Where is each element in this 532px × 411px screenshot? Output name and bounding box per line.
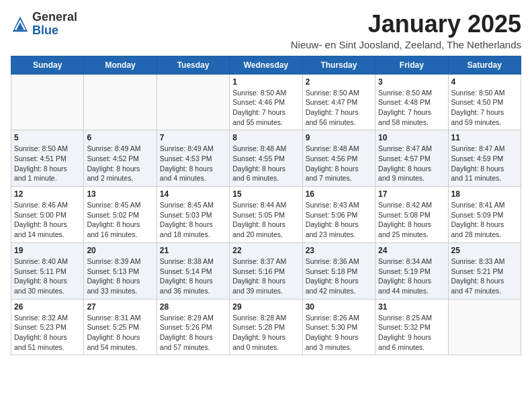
day-number: 31	[378, 302, 445, 312]
day-info: Sunrise: 8:45 AM Sunset: 5:03 PM Dayligh…	[160, 200, 226, 240]
day-info: Sunrise: 8:50 AM Sunset: 4:46 PM Dayligh…	[232, 88, 299, 128]
logo: General Blue	[11, 11, 77, 38]
day-info: Sunrise: 8:47 AM Sunset: 4:59 PM Dayligh…	[451, 144, 518, 183]
day-info: Sunrise: 8:48 AM Sunset: 4:56 PM Dayligh…	[306, 144, 372, 183]
calendar-cell: 23Sunrise: 8:36 AM Sunset: 5:18 PM Dayli…	[302, 242, 375, 299]
calendar-cell	[84, 74, 157, 130]
day-info: Sunrise: 8:50 AM Sunset: 4:51 PM Dayligh…	[14, 144, 81, 183]
day-info: Sunrise: 8:46 AM Sunset: 5:00 PM Dayligh…	[14, 200, 81, 240]
weekday-header: Thursday	[302, 56, 375, 74]
day-info: Sunrise: 8:26 AM Sunset: 5:30 PM Dayligh…	[306, 313, 372, 353]
weekday-header: Monday	[84, 56, 157, 74]
day-info: Sunrise: 8:50 AM Sunset: 4:47 PM Dayligh…	[306, 88, 372, 128]
calendar-cell: 11Sunrise: 8:47 AM Sunset: 4:59 PM Dayli…	[448, 130, 521, 187]
calendar-cell: 10Sunrise: 8:47 AM Sunset: 4:57 PM Dayli…	[375, 130, 448, 187]
calendar-cell: 5Sunrise: 8:50 AM Sunset: 4:51 PM Daylig…	[11, 130, 84, 187]
day-number: 12	[14, 189, 81, 199]
calendar-cell: 29Sunrise: 8:28 AM Sunset: 5:28 PM Dayli…	[230, 299, 302, 355]
weekday-header: Tuesday	[157, 56, 229, 74]
day-number: 26	[14, 302, 81, 312]
calendar-week-row: 12Sunrise: 8:46 AM Sunset: 5:00 PM Dayli…	[11, 187, 521, 243]
calendar-header-row: SundayMondayTuesdayWednesdayThursdayFrid…	[11, 56, 521, 74]
calendar-week-row: 19Sunrise: 8:40 AM Sunset: 5:11 PM Dayli…	[11, 242, 521, 299]
calendar-cell: 14Sunrise: 8:45 AM Sunset: 5:03 PM Dayli…	[157, 187, 229, 243]
day-info: Sunrise: 8:47 AM Sunset: 4:57 PM Dayligh…	[378, 144, 445, 183]
day-info: Sunrise: 8:45 AM Sunset: 5:02 PM Dayligh…	[87, 200, 153, 240]
day-info: Sunrise: 8:43 AM Sunset: 5:06 PM Dayligh…	[306, 200, 372, 240]
day-number: 11	[451, 133, 518, 142]
location-title: Nieuw- en Sint Joosland, Zeeland, The Ne…	[291, 39, 521, 50]
day-number: 25	[451, 246, 518, 255]
logo-blue: Blue	[32, 24, 77, 38]
weekday-header: Friday	[375, 56, 448, 74]
day-info: Sunrise: 8:34 AM Sunset: 5:19 PM Dayligh…	[378, 257, 445, 296]
calendar-cell: 20Sunrise: 8:39 AM Sunset: 5:13 PM Dayli…	[84, 242, 157, 299]
day-number: 20	[87, 246, 153, 255]
day-number: 23	[306, 246, 372, 255]
calendar-week-row: 5Sunrise: 8:50 AM Sunset: 4:51 PM Daylig…	[11, 130, 521, 187]
weekday-header: Saturday	[448, 56, 521, 74]
day-info: Sunrise: 8:44 AM Sunset: 5:05 PM Dayligh…	[232, 200, 299, 240]
day-number: 27	[87, 302, 153, 312]
day-info: Sunrise: 8:32 AM Sunset: 5:23 PM Dayligh…	[14, 313, 81, 353]
day-number: 14	[160, 189, 226, 199]
calendar-cell: 22Sunrise: 8:37 AM Sunset: 5:16 PM Dayli…	[230, 242, 302, 299]
day-number: 6	[87, 133, 153, 142]
day-info: Sunrise: 8:50 AM Sunset: 4:48 PM Dayligh…	[378, 88, 445, 128]
day-info: Sunrise: 8:29 AM Sunset: 5:26 PM Dayligh…	[160, 313, 226, 353]
calendar-cell: 4Sunrise: 8:50 AM Sunset: 4:50 PM Daylig…	[448, 74, 521, 130]
weekday-header: Sunday	[11, 56, 84, 74]
logo-general: General	[32, 11, 77, 24]
day-number: 17	[378, 189, 445, 199]
calendar-cell: 19Sunrise: 8:40 AM Sunset: 5:11 PM Dayli…	[11, 242, 84, 299]
day-info: Sunrise: 8:40 AM Sunset: 5:11 PM Dayligh…	[14, 257, 81, 296]
day-number: 1	[232, 77, 299, 87]
day-number: 16	[306, 189, 372, 199]
day-number: 19	[14, 246, 81, 255]
title-section: January 2025 Nieuw- en Sint Joosland, Ze…	[291, 11, 521, 50]
calendar-cell: 30Sunrise: 8:26 AM Sunset: 5:30 PM Dayli…	[302, 299, 375, 355]
day-info: Sunrise: 8:33 AM Sunset: 5:21 PM Dayligh…	[451, 257, 518, 296]
day-number: 18	[451, 189, 518, 199]
calendar-cell: 12Sunrise: 8:46 AM Sunset: 5:00 PM Dayli…	[11, 187, 84, 243]
calendar-cell: 28Sunrise: 8:29 AM Sunset: 5:26 PM Dayli…	[157, 299, 229, 355]
calendar-cell: 2Sunrise: 8:50 AM Sunset: 4:47 PM Daylig…	[302, 74, 375, 130]
calendar-week-row: 1Sunrise: 8:50 AM Sunset: 4:46 PM Daylig…	[11, 74, 521, 130]
calendar-cell: 25Sunrise: 8:33 AM Sunset: 5:21 PM Dayli…	[448, 242, 521, 299]
day-info: Sunrise: 8:48 AM Sunset: 4:55 PM Dayligh…	[232, 144, 299, 183]
calendar-cell: 16Sunrise: 8:43 AM Sunset: 5:06 PM Dayli…	[302, 187, 375, 243]
calendar-cell: 3Sunrise: 8:50 AM Sunset: 4:48 PM Daylig…	[375, 74, 448, 130]
calendar-cell	[448, 299, 521, 355]
weekday-header: Wednesday	[230, 56, 302, 74]
day-number: 9	[306, 133, 372, 142]
calendar-cell: 26Sunrise: 8:32 AM Sunset: 5:23 PM Dayli…	[11, 299, 84, 355]
calendar-cell	[157, 74, 229, 130]
day-number: 4	[451, 77, 518, 87]
day-info: Sunrise: 8:31 AM Sunset: 5:25 PM Dayligh…	[87, 313, 153, 353]
day-number: 3	[378, 77, 445, 87]
day-info: Sunrise: 8:38 AM Sunset: 5:14 PM Dayligh…	[160, 257, 226, 296]
logo-icon	[11, 15, 30, 34]
day-info: Sunrise: 8:41 AM Sunset: 5:09 PM Dayligh…	[451, 200, 518, 240]
calendar-cell: 1Sunrise: 8:50 AM Sunset: 4:46 PM Daylig…	[230, 74, 302, 130]
calendar-cell: 9Sunrise: 8:48 AM Sunset: 4:56 PM Daylig…	[302, 130, 375, 187]
calendar-cell: 17Sunrise: 8:42 AM Sunset: 5:08 PM Dayli…	[375, 187, 448, 243]
day-info: Sunrise: 8:37 AM Sunset: 5:16 PM Dayligh…	[232, 257, 299, 296]
calendar-cell: 6Sunrise: 8:49 AM Sunset: 4:52 PM Daylig…	[84, 130, 157, 187]
day-info: Sunrise: 8:36 AM Sunset: 5:18 PM Dayligh…	[306, 257, 372, 296]
day-number: 10	[378, 133, 445, 142]
calendar-week-row: 26Sunrise: 8:32 AM Sunset: 5:23 PM Dayli…	[11, 299, 521, 355]
calendar-cell: 27Sunrise: 8:31 AM Sunset: 5:25 PM Dayli…	[84, 299, 157, 355]
day-info: Sunrise: 8:42 AM Sunset: 5:08 PM Dayligh…	[378, 200, 445, 240]
day-info: Sunrise: 8:49 AM Sunset: 4:53 PM Dayligh…	[160, 144, 226, 183]
calendar-cell: 31Sunrise: 8:25 AM Sunset: 5:32 PM Dayli…	[375, 299, 448, 355]
day-number: 21	[160, 246, 226, 255]
calendar-cell: 7Sunrise: 8:49 AM Sunset: 4:53 PM Daylig…	[157, 130, 229, 187]
day-info: Sunrise: 8:28 AM Sunset: 5:28 PM Dayligh…	[232, 313, 299, 353]
calendar-cell: 15Sunrise: 8:44 AM Sunset: 5:05 PM Dayli…	[230, 187, 302, 243]
day-info: Sunrise: 8:25 AM Sunset: 5:32 PM Dayligh…	[378, 313, 445, 353]
day-number: 22	[232, 246, 299, 255]
calendar-cell: 24Sunrise: 8:34 AM Sunset: 5:19 PM Dayli…	[375, 242, 448, 299]
page-header: General Blue January 2025 Nieuw- en Sint…	[11, 11, 521, 50]
day-number: 28	[160, 302, 226, 312]
